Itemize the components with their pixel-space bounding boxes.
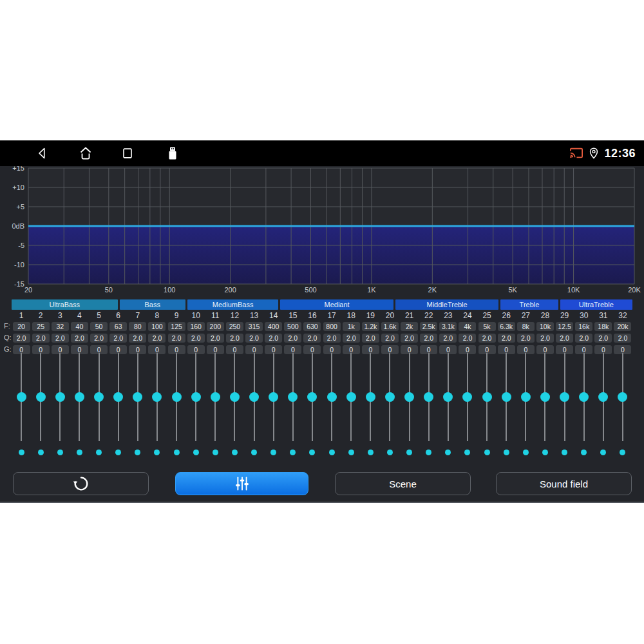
back-button[interactable] xyxy=(35,146,50,160)
eq-band-slider[interactable] xyxy=(264,353,283,441)
slider-knob[interactable] xyxy=(152,392,162,402)
slider-knob[interactable] xyxy=(113,392,123,402)
q-value: 2.0 xyxy=(13,334,30,343)
slider-knob[interactable] xyxy=(327,392,337,402)
eq-band-slider[interactable] xyxy=(458,353,477,441)
scene-button-label: Scene xyxy=(389,478,417,489)
slider-knob[interactable] xyxy=(269,392,278,402)
eq-band-slider[interactable] xyxy=(574,353,594,441)
eq-band-slider[interactable] xyxy=(128,353,147,441)
eq-band-slider[interactable] xyxy=(341,353,361,441)
eq-band-slider[interactable] xyxy=(439,353,458,441)
eq-band-slider[interactable] xyxy=(12,353,31,441)
eq-band-slider[interactable] xyxy=(555,353,574,441)
band-number: 1 xyxy=(12,311,31,320)
slider-knob[interactable] xyxy=(17,392,26,402)
slider-knob[interactable] xyxy=(55,392,65,402)
eq-band-slider[interactable] xyxy=(594,353,613,441)
band-number: 28 xyxy=(535,311,554,320)
slider-knob[interactable] xyxy=(404,392,414,402)
slider-knob[interactable] xyxy=(482,392,492,402)
eq-band-slider[interactable] xyxy=(322,353,341,441)
slider-knob[interactable] xyxy=(230,392,240,402)
slider-knob[interactable] xyxy=(502,392,511,402)
slider-knob[interactable] xyxy=(191,392,201,402)
reset-button[interactable] xyxy=(13,472,149,495)
slider-knob[interactable] xyxy=(462,392,472,402)
q-value: 2.0 xyxy=(536,334,554,343)
slider-knob[interactable] xyxy=(172,392,182,402)
eq-band-slider[interactable] xyxy=(497,353,516,441)
eq-band-slider[interactable] xyxy=(186,353,205,441)
eq-band-slider[interactable] xyxy=(419,353,439,441)
slider-knob[interactable] xyxy=(307,392,317,402)
eq-band-slider[interactable] xyxy=(283,353,303,441)
dot-cell xyxy=(12,449,31,455)
y-tick: -5 xyxy=(18,242,24,249)
eq-band-slider[interactable] xyxy=(380,353,399,441)
eq-band-slider[interactable] xyxy=(245,353,264,441)
eq-band-slider[interactable] xyxy=(535,353,554,441)
sound-field-button[interactable]: Sound field xyxy=(496,472,632,495)
slider-knob[interactable] xyxy=(249,392,259,402)
band-number: 10 xyxy=(186,311,205,320)
slider-knob[interactable] xyxy=(424,392,433,402)
eq-band-slider[interactable] xyxy=(90,353,109,441)
scene-button[interactable]: Scene xyxy=(335,472,471,495)
eq-band-slider[interactable] xyxy=(361,353,380,441)
slider-knob[interactable] xyxy=(618,392,627,402)
slider-knob[interactable] xyxy=(540,392,550,402)
x-tick: 100 xyxy=(164,286,175,294)
recent-apps-button[interactable] xyxy=(120,146,135,160)
band-indicator-dot xyxy=(484,450,490,455)
band-number: 22 xyxy=(419,311,439,320)
band-indicator-dot xyxy=(154,450,160,455)
eq-band-slider[interactable] xyxy=(400,353,419,441)
eq-band-slider[interactable] xyxy=(477,353,497,441)
slider-knob[interactable] xyxy=(521,392,531,402)
q-value: 2.0 xyxy=(439,334,457,343)
slider-knob[interactable] xyxy=(94,392,104,402)
eq-band-slider[interactable] xyxy=(205,353,225,441)
q-value: 2.0 xyxy=(265,334,282,343)
q-value: 2.0 xyxy=(517,334,535,343)
band-cell: 100 xyxy=(147,321,167,331)
slider-knob[interactable] xyxy=(211,392,220,402)
band-cell: 2.0 xyxy=(380,333,399,343)
band-number: 17 xyxy=(322,311,341,320)
band-number: 6 xyxy=(109,311,128,320)
x-tick: 50 xyxy=(105,286,113,294)
band-cell: 2k xyxy=(400,321,419,331)
slider-knob[interactable] xyxy=(36,392,46,402)
slider-knob[interactable] xyxy=(598,392,608,402)
slider-knob[interactable] xyxy=(288,392,298,402)
slider-knob[interactable] xyxy=(560,392,569,402)
eq-band-slider[interactable] xyxy=(225,353,244,441)
eq-band-slider[interactable] xyxy=(50,353,70,441)
slider-knob[interactable] xyxy=(366,392,375,402)
equalizer-button[interactable] xyxy=(175,472,308,495)
eq-band-slider[interactable] xyxy=(167,353,186,441)
slider-knob[interactable] xyxy=(579,392,589,402)
slider-knob[interactable] xyxy=(385,392,395,402)
eq-band-slider[interactable] xyxy=(303,353,322,441)
home-button[interactable] xyxy=(78,146,93,161)
band-number: 12 xyxy=(225,311,244,320)
freq-value: 20k xyxy=(614,322,631,331)
slider-knob[interactable] xyxy=(133,392,142,402)
sound-field-button-label: Sound field xyxy=(540,478,588,489)
eq-band-slider[interactable] xyxy=(613,353,632,441)
slider-knob[interactable] xyxy=(75,392,84,402)
eq-band-slider[interactable] xyxy=(516,353,535,441)
band-indicator-dot xyxy=(57,450,63,455)
eq-band-slider[interactable] xyxy=(109,353,128,441)
band-group-header: MediumBass xyxy=(187,299,278,310)
eq-band-slider[interactable] xyxy=(31,353,50,441)
slider-knob[interactable] xyxy=(346,392,356,402)
slider-knob[interactable] xyxy=(443,392,453,402)
band-cell: 200 xyxy=(205,321,225,331)
eq-band-slider[interactable] xyxy=(147,353,167,441)
band-indicator-dot xyxy=(562,450,567,455)
eq-band-slider[interactable] xyxy=(70,353,89,441)
band-cell: 18k xyxy=(594,321,613,331)
